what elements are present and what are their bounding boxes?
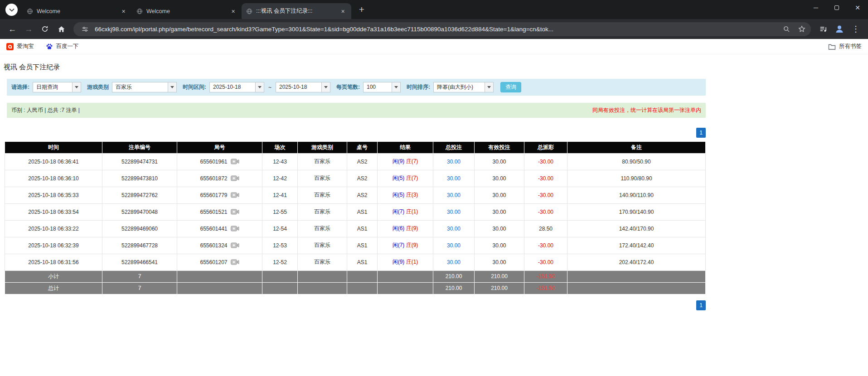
header-remark: 备注 <box>567 142 706 153</box>
tab-close-icon[interactable]: × <box>229 7 237 15</box>
total-bet-link[interactable]: 30.00 <box>447 192 461 198</box>
globe-icon <box>27 8 33 14</box>
combobox-value: 2025-10-18 <box>276 82 321 92</box>
close-button[interactable]: ✕ <box>847 0 868 15</box>
cell-session: 12-55 <box>262 203 298 220</box>
result-player: 闲(6) <box>393 225 405 231</box>
address-bar[interactable]: 66cxkj98.com/ipl/portal.php/game/betreco… <box>73 22 811 36</box>
chevron-down-icon[interactable] <box>72 82 81 92</box>
page-size-combobox[interactable]: 100 <box>363 82 401 92</box>
total-bet-link[interactable]: 30.00 <box>447 242 461 249</box>
back-button[interactable]: ← <box>5 21 20 37</box>
url-text[interactable]: 66cxkj98.com/ipl/portal.php/game/betreco… <box>95 26 776 33</box>
replay-video-icon[interactable] <box>231 259 239 265</box>
media-control-icon[interactable] <box>815 21 831 37</box>
all-bookmarks-button[interactable]: 所有书签 <box>828 43 862 50</box>
tab-close-icon[interactable]: × <box>120 7 127 15</box>
chevron-down-icon[interactable] <box>168 82 176 92</box>
total-bet-link[interactable]: 30.00 <box>447 159 461 165</box>
cell-valid-bet: 30.00 <box>475 170 524 187</box>
bookmark-aitaobao[interactable]: 爱淘宝 <box>6 43 34 50</box>
table-row: 2025-10-18 06:33:22 522899469060 6556014… <box>5 220 706 237</box>
globe-icon <box>246 8 252 14</box>
replay-video-icon[interactable] <box>231 226 239 231</box>
cell-round: 655601207 <box>200 259 239 265</box>
profile-avatar[interactable] <box>832 21 847 37</box>
cell-bet-id: 522899474731 <box>102 153 177 170</box>
round-number: 655601521 <box>200 209 227 215</box>
total-bet-link[interactable]: 30.00 <box>447 209 461 215</box>
tab-strip: Welcome × Welcome × :::视讯 会员下注纪录::: × + … <box>0 0 868 19</box>
replay-video-icon[interactable] <box>231 242 239 248</box>
chevron-down-icon[interactable] <box>392 82 400 92</box>
tab-welcome-1[interactable]: Welcome × <box>22 3 132 19</box>
total-bet-link[interactable]: 30.00 <box>447 259 461 265</box>
cell-time: 2025-10-18 06:33:54 <box>5 203 102 220</box>
chevron-down-icon[interactable] <box>321 82 330 92</box>
bookmark-baidu[interactable]: 百度一下 <box>46 43 79 50</box>
forward-button[interactable]: → <box>21 21 36 37</box>
cell-payout: -30.00 <box>524 254 567 270</box>
date-to-combobox[interactable]: 2025-10-18 <box>276 82 330 92</box>
cell-remark: 140.90/110.90 <box>567 187 706 203</box>
replay-video-icon[interactable] <box>231 159 239 164</box>
reload-button[interactable] <box>37 21 53 37</box>
cell-payout: -30.00 <box>524 187 567 203</box>
tab-welcome-2[interactable]: Welcome × <box>132 3 242 19</box>
replay-video-icon[interactable] <box>231 192 239 198</box>
result-player: 闲(9) <box>393 259 405 265</box>
cell-round: 655601521 <box>200 209 239 215</box>
tab-close-icon[interactable]: × <box>339 7 347 15</box>
cell-remark: 80.90/50.90 <box>567 153 706 170</box>
chevron-down-icon[interactable] <box>255 82 264 92</box>
cell-game-type: 百家乐 <box>298 220 347 237</box>
tab-search-button[interactable] <box>5 4 18 16</box>
bookmark-star-icon[interactable] <box>796 24 807 34</box>
cell-table-no: AS1 <box>347 220 378 237</box>
all-bookmarks-label: 所有书签 <box>839 43 862 50</box>
result-player: 闲(7) <box>393 208 405 215</box>
cell-game-type: 百家乐 <box>298 153 347 170</box>
maximize-button[interactable] <box>826 0 847 15</box>
cell-table-no: AS2 <box>347 153 378 170</box>
filter-bar: 请选择: 日期查询 游戏类别 百家乐 时间区间: 2025-10-18 ~ 20… <box>7 79 706 96</box>
game-type-combobox[interactable]: 百家乐 <box>112 82 177 92</box>
header-payout: 总派彩 <box>524 142 567 153</box>
sort-order-combobox[interactable]: 降幂(由大到小) <box>433 82 494 92</box>
result-player: 闲(7) <box>393 242 405 248</box>
cell-bet-id: 522899472762 <box>102 187 177 203</box>
tab-label: :::视讯 会员下注纪录::: <box>256 7 335 15</box>
tab-label: Welcome <box>37 8 116 14</box>
site-settings-icon[interactable] <box>79 24 90 34</box>
result-player: 闲(5) <box>393 175 405 181</box>
summary-bar: 币别 : 人民币 | 总共 :7 注单 | 同局有效投注，统一计算在该局第一张注… <box>7 103 706 118</box>
menu-icon[interactable]: ⋮ <box>848 21 863 37</box>
table-row: 2025-10-18 06:36:41 522899474731 6556019… <box>5 153 706 170</box>
select-mode-combobox[interactable]: 日期查询 <box>33 82 81 92</box>
replay-video-icon[interactable] <box>231 209 239 215</box>
page-number-button[interactable]: 1 <box>696 128 706 138</box>
chevron-down-icon[interactable] <box>485 82 493 92</box>
total-bet-link[interactable]: 30.00 <box>447 226 461 232</box>
minimize-button[interactable]: ─ <box>805 0 826 15</box>
cell-bet-id: 522899466541 <box>102 254 177 270</box>
replay-video-icon[interactable] <box>231 175 239 181</box>
page-number-button[interactable]: 1 <box>696 300 706 310</box>
home-button[interactable] <box>53 21 69 37</box>
combobox-value: 百家乐 <box>112 82 168 92</box>
tab-bet-records[interactable]: :::视讯 会员下注纪录::: × <box>242 3 351 19</box>
date-from-combobox[interactable]: 2025-10-18 <box>209 82 264 92</box>
browser-toolbar: ← → 66cxkj98.com/ipl/portal.php/game/bet… <box>0 19 868 39</box>
header-valid-bet: 有效投注 <box>475 142 524 153</box>
cell-remark: 202.40/172.40 <box>567 254 706 270</box>
chevron-down-icon <box>9 8 15 12</box>
cell-payout: -30.00 <box>524 153 567 170</box>
total-bet-link[interactable]: 30.00 <box>447 175 461 182</box>
zoom-icon[interactable] <box>781 24 792 34</box>
window-controls: ─ ✕ <box>805 0 868 15</box>
grand-total-row: 总计 7 210.00 210.00 -151.50 <box>5 282 706 294</box>
search-button[interactable]: 查询 <box>500 82 521 92</box>
new-tab-button[interactable]: + <box>355 3 369 16</box>
table-row: 2025-10-18 06:32:39 522899467728 6556013… <box>5 237 706 254</box>
cell-round: 655601872 <box>200 175 239 182</box>
